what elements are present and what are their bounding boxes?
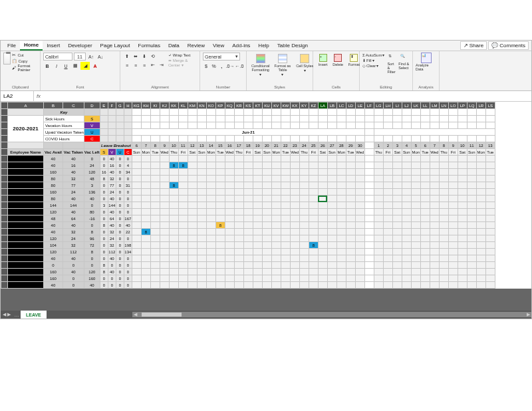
tab-help[interactable]: Help xyxy=(254,41,273,50)
font-name-select[interactable]: Calibri xyxy=(43,53,72,61)
fill-button[interactable]: ⬇ Fill ▾ xyxy=(362,58,384,63)
comma-button[interactable]: , xyxy=(218,62,225,70)
group-clipboard: ✂Cut 📋Copy 🖌Format Painter Clipboard xyxy=(1,51,41,90)
align-middle[interactable]: ⬌ xyxy=(132,53,140,61)
name-box[interactable]: LA2 xyxy=(1,91,34,101)
find-select-button[interactable]: 🔍Find & Select xyxy=(398,54,410,70)
tab-add-ins[interactable]: Add-ins xyxy=(228,41,254,50)
tab-view[interactable]: View xyxy=(209,41,228,50)
formula-bar: LA2 fx xyxy=(1,91,531,102)
currency-button[interactable]: $ xyxy=(203,62,209,70)
sort-filter-button[interactable]: ⇅Sort & Filter xyxy=(387,54,397,74)
group-label: Number xyxy=(203,85,243,89)
sheet-ellipsis[interactable]: … xyxy=(13,311,21,319)
tab-page-layout[interactable]: Page Layout xyxy=(96,41,134,50)
dec-inc[interactable]: .0→ xyxy=(226,62,234,70)
group-alignment: ⬆ ⬌ ⬇ ⟲ ≡ ≡ ≡ ⇤ ⇥ ⤶ Wrap Text ⬌ M xyxy=(120,51,200,90)
underline-button[interactable]: U xyxy=(62,62,70,70)
font-color-button[interactable]: A xyxy=(91,62,99,70)
autosum-button[interactable]: Σ AutoSum ▾ xyxy=(362,53,384,57)
align-bottom[interactable]: ⬇ xyxy=(140,53,148,61)
conditional-formatting-button[interactable]: Conditional Formatting ▾ xyxy=(251,54,271,76)
align-left[interactable]: ≡ xyxy=(123,61,131,69)
group-editing: Σ AutoSum ▾ ⬇ Fill ▾ ◇ Clear ▾ ⇅Sort & F… xyxy=(360,51,413,90)
group-label: Font xyxy=(43,85,117,89)
comments-button[interactable]: 💬 Comments xyxy=(488,41,529,50)
sheet-tab-bar: ◀ ▶ … LEAVE ◀▶ xyxy=(1,311,531,319)
tab-home[interactable]: Home xyxy=(20,41,43,51)
format-painter-button[interactable]: 🖌Format Painter xyxy=(12,64,37,72)
cell-styles-button[interactable]: Cell Styles ▾ xyxy=(295,54,315,76)
merge-center-button[interactable]: ⬌ Merge & Center ▾ xyxy=(168,58,197,67)
clear-button[interactable]: ◇ Clear ▾ xyxy=(362,63,384,68)
ribbon: ✂Cut 📋Copy 🖌Format Painter Clipboard Cal… xyxy=(1,51,531,91)
tab-data[interactable]: Data xyxy=(164,41,184,50)
orientation[interactable]: ⟲ xyxy=(149,53,157,61)
tab-review[interactable]: Review xyxy=(184,41,209,50)
paste-icon[interactable] xyxy=(3,53,11,65)
analyze-data-button[interactable]: 📊Analyze Data xyxy=(416,53,436,71)
tab-file[interactable]: File xyxy=(3,41,20,50)
border-button[interactable]: ▦ xyxy=(71,62,79,70)
group-number: General▾ $ % , .0→ ←.0 Number xyxy=(200,51,247,90)
group-label: Alignment xyxy=(123,85,197,89)
delete-cells-button[interactable]: -Delete xyxy=(332,54,343,67)
wrap-text-button[interactable]: ⤶ Wrap Text xyxy=(168,53,197,57)
share-button[interactable]: ↗ Share xyxy=(460,41,487,50)
sheet-nav[interactable]: ◀ ▶ xyxy=(1,312,13,317)
group-label: Styles xyxy=(249,85,310,89)
insert-cells-button[interactable]: +Insert xyxy=(319,54,328,67)
fx-icon[interactable]: fx xyxy=(34,93,43,99)
sheet-area[interactable]: ABCDEFGHKGKHKIKJKKKLKMKNKOKPKQKRKSKTKUKV… xyxy=(1,102,531,311)
group-font: Calibri 11 A↑ A↓ B I U ▦ ◢ A Font xyxy=(41,51,120,90)
align-center[interactable]: ≡ xyxy=(132,61,140,69)
font-size-select[interactable]: 11 xyxy=(74,53,86,61)
group-label: Cells xyxy=(316,85,356,89)
fill-color-button[interactable]: ◢ xyxy=(80,62,90,70)
cut-button[interactable]: ✂Cut xyxy=(12,53,37,58)
tab-developer[interactable]: Developer xyxy=(64,41,96,50)
group-styles: Conditional Formatting ▾ Format as Table… xyxy=(247,51,313,90)
group-label: Editing xyxy=(362,85,410,89)
percent-button[interactable]: % xyxy=(211,62,217,70)
dec-dec[interactable]: ←.0 xyxy=(235,62,243,70)
group-analysis: 📊Analyze Data Analysis xyxy=(413,51,440,90)
sheet-tab-leave[interactable]: LEAVE xyxy=(21,311,47,319)
increase-font-button[interactable]: A↑ xyxy=(87,53,95,61)
tab-table-design[interactable]: Table Design xyxy=(273,41,312,50)
format-as-table-button[interactable]: Format as Table ▾ xyxy=(273,54,293,76)
number-format-select[interactable]: General▾ xyxy=(203,53,240,61)
align-right[interactable]: ≡ xyxy=(140,61,148,69)
bold-button[interactable]: B xyxy=(43,62,51,70)
group-cells: +Insert -Delete ⬍Format Cells xyxy=(313,51,360,90)
align-top[interactable]: ⬆ xyxy=(123,53,131,61)
tab-formulas[interactable]: Formulas xyxy=(134,41,164,50)
indent-dec[interactable]: ⇤ xyxy=(149,61,157,69)
group-label: Clipboard xyxy=(3,85,37,89)
decrease-font-button[interactable]: A↓ xyxy=(96,53,104,61)
group-label: Analysis xyxy=(418,85,433,89)
copy-button[interactable]: 📋Copy xyxy=(12,59,37,63)
format-cells-button[interactable]: ⬍Format xyxy=(348,54,360,67)
ribbon-tabs: FileHomeInsertDeveloperPage LayoutFormul… xyxy=(1,41,531,51)
tab-insert[interactable]: Insert xyxy=(43,41,64,50)
indent-inc[interactable]: ⇥ xyxy=(158,61,166,69)
italic-button[interactable]: I xyxy=(53,62,61,70)
horizontal-scrollbar[interactable]: ◀▶ xyxy=(132,312,531,317)
